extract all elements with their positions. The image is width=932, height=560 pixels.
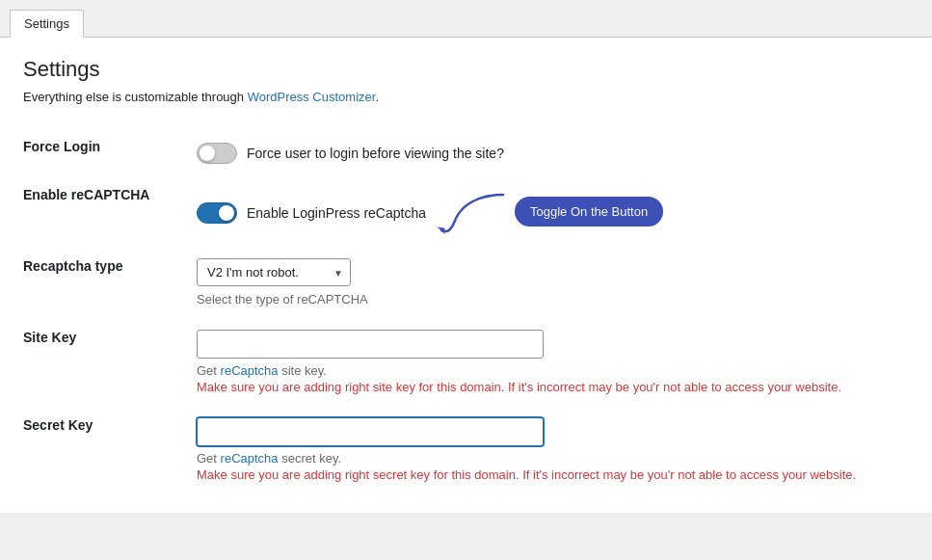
force-login-toggle-wrapper: Force user to login before viewing the s…	[197, 143, 909, 164]
curved-arrow-icon	[436, 187, 513, 235]
toggle-tooltip: Toggle On the Button	[515, 197, 663, 227]
force-login-row: Force Login Force user to login before v…	[23, 127, 909, 175]
site-key-recaptcha-link[interactable]: reCaptcha	[221, 363, 279, 378]
page-wrapper: Settings Settings Everything else is cus…	[0, 0, 932, 513]
recaptcha-type-help: Select the type of reCAPTCHA	[197, 292, 909, 307]
settings-table: Force Login Force user to login before v…	[23, 127, 909, 493]
force-login-control: Force user to login before viewing the s…	[197, 127, 909, 175]
recaptcha-thumb	[219, 205, 234, 221]
site-key-get-text: Get reCaptcha site key.	[197, 363, 909, 378]
recaptcha-type-control: V2 I'm not robot. V3 Invisible ▼ Select …	[197, 247, 909, 318]
recaptcha-type-select-wrapper: V2 I'm not robot. V3 Invisible ▼	[197, 258, 351, 286]
secret-key-row: Secret Key Get reCaptcha secret key. Mak…	[23, 406, 909, 493]
page-title: Settings	[23, 57, 909, 82]
recaptcha-type-label: Recaptcha type	[23, 247, 197, 318]
site-key-warning: Make sure you are adding right site key …	[197, 380, 909, 394]
settings-tab[interactable]: Settings	[10, 10, 84, 38]
force-login-thumb	[200, 146, 215, 161]
recaptcha-description: Enable LoginPress reCaptcha	[247, 205, 426, 221]
secret-key-input[interactable]	[197, 417, 544, 446]
page-subtitle: Everything else is customizable through …	[23, 90, 909, 104]
content-area: Settings Everything else is customizable…	[0, 38, 932, 513]
force-login-track	[197, 143, 237, 164]
recaptcha-type-row: Recaptcha type V2 I'm not robot. V3 Invi…	[23, 247, 909, 318]
site-key-control: Get reCaptcha site key. Make sure you ar…	[197, 318, 909, 406]
force-login-description: Force user to login before viewing the s…	[247, 146, 504, 161]
secret-key-control: Get reCaptcha secret key. Make sure you …	[197, 406, 909, 493]
recaptcha-track	[197, 202, 237, 224]
svg-marker-0	[437, 225, 446, 235]
site-key-input[interactable]	[197, 330, 544, 359]
force-login-label: Force Login	[23, 127, 197, 175]
annotation-group: Toggle On the Button	[436, 187, 663, 235]
recaptcha-toggle[interactable]	[197, 202, 237, 224]
secret-key-label: Secret Key	[23, 406, 197, 493]
recaptcha-row: Enable reCAPTCHA Enable LoginPress reCap…	[23, 175, 909, 247]
recaptcha-toggle-wrapper: Enable LoginPress reCaptcha	[197, 202, 426, 224]
secret-key-get-text: Get reCaptcha secret key.	[197, 451, 909, 466]
secret-key-warning: Make sure you are adding right secret ke…	[197, 467, 909, 482]
tab-bar: Settings	[0, 0, 932, 38]
wordpress-customizer-link[interactable]: WordPress Customizer	[248, 90, 376, 104]
force-login-toggle[interactable]	[197, 143, 237, 164]
site-key-label: Site Key	[23, 318, 197, 406]
secret-key-recaptcha-link[interactable]: reCaptcha	[221, 451, 279, 466]
recaptcha-label: Enable reCAPTCHA	[23, 175, 197, 247]
recaptcha-annotation-wrapper: Enable LoginPress reCaptcha Toggle On th…	[197, 187, 909, 235]
site-key-row: Site Key Get reCaptcha site key. Make su…	[23, 318, 909, 406]
recaptcha-type-select[interactable]: V2 I'm not robot. V3 Invisible	[197, 258, 351, 286]
subtitle-text: Everything else is customizable through	[23, 90, 248, 104]
recaptcha-control: Enable LoginPress reCaptcha Toggle On th…	[197, 175, 909, 247]
